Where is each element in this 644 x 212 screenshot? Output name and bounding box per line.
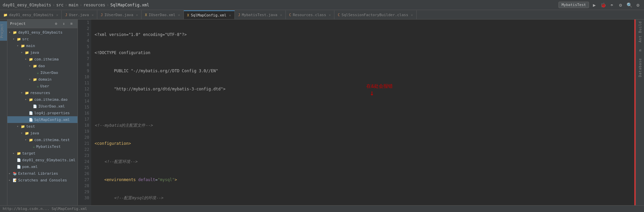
code-line-5 [95, 104, 636, 110]
folder-icon-main: 📁 [21, 44, 25, 48]
top-bar-right: MybatisTest ▶ 🐞 ☂ ⚙ 🔍 ⚙ [558, 2, 641, 8]
tab-close-resources-class[interactable]: ✕ [329, 13, 331, 17]
tree-label-java-main: java [30, 50, 39, 55]
breadcrumb-item-1[interactable]: day01_eesy_01mybaits [3, 3, 51, 7]
tab-icon-iuserdao-xml: X [145, 13, 147, 17]
folder-icon-com-itheima-test: 📁 [29, 138, 33, 142]
status-text: http://blog.csdn.n... SqlMapConfig.xml [3, 207, 87, 211]
tab-iuserdao-java[interactable]: J IUserDao.java ✕ [97, 10, 142, 19]
tree-item-root[interactable]: ▾ 📁 day01_eesy_01mybaits [7, 29, 77, 36]
tabs-bar: 📁 day01_eesy_01mybaits ✕ J User.java ✕ J… [0, 10, 644, 19]
xml-icon-iuserdao: 📄 [33, 104, 37, 108]
panel-title: Project [10, 22, 53, 26]
arrow-com-itheima-test: ▾ [25, 138, 29, 141]
tree-item-sqlmapconfig[interactable]: 📄 SqlMapConfig.xml [7, 116, 77, 123]
scratches-icon: 📝 [13, 178, 17, 182]
tree-item-iuserdao[interactable]: ☕ IUserDao [7, 69, 77, 76]
code-line-1: <?xml version="1.0" encoding="UTF-8"?> [95, 32, 636, 38]
line-numbers: 12345 678910 1112131415 1617181920 21222… [78, 19, 91, 205]
tab-icon-iuserdao-java: J [101, 13, 103, 17]
tree-item-com-itheima-dao[interactable]: ▾ 📁 com.itheima.dao [7, 96, 77, 103]
project-panel: Project ⚙ ↕ ≡ ▾ 📁 day01_eesy_01mybaits ▾… [7, 19, 78, 205]
tab-close-iuserdao-xml[interactable]: ✕ [178, 13, 180, 17]
sidebar-database[interactable]: Database [638, 58, 642, 77]
folder-icon-test: 📁 [21, 125, 25, 128]
sep2: › [65, 3, 67, 7]
tab-close-project[interactable]: ✕ [56, 13, 58, 17]
run-button[interactable]: ▶ [591, 2, 598, 8]
tree-item-com-itheima[interactable]: ▾ 📁 com.itheima [7, 56, 77, 62]
tab-sqlmapconfig-xml[interactable]: X SqlMapConfig.xml ✕ [184, 10, 235, 19]
tree-item-user[interactable]: ☕ User [7, 83, 77, 89]
tab-mybatistest-java[interactable]: J MybatisTest.java ✕ [235, 10, 286, 19]
tree-item-test[interactable]: ▾ 📁 test [7, 123, 77, 130]
settings-button[interactable]: ⚙ [635, 2, 641, 8]
coverage-button[interactable]: ☂ [608, 2, 615, 8]
tree-label-iuserdao-xml: IUserDao.xml [38, 104, 65, 109]
tree-item-resources[interactable]: ▾ 📁 resources [7, 89, 77, 96]
tree-item-external-libs[interactable]: ▸ 📚 External Libraries [7, 170, 77, 177]
code-line-4: "http://mybatis.org/dtd/mybatis-3-config… [95, 86, 636, 92]
tree-item-java-main[interactable]: ▾ 📁 java [7, 49, 77, 56]
tab-user-java[interactable]: J User.java ✕ [62, 10, 97, 19]
tree-item-src[interactable]: ▾ 📁 src [7, 36, 77, 42]
run-config-selector[interactable]: MybatisTest [558, 2, 589, 8]
tree-item-pom[interactable]: 📄 pom.xml [7, 163, 77, 170]
folder-icon-resources: 📁 [25, 91, 29, 95]
tree-item-dao[interactable]: ▾ 📁 dao [7, 62, 77, 69]
tree-item-mybatistest[interactable]: ☕ MybatisTest [7, 143, 77, 150]
debug-button[interactable]: 🐞 [600, 2, 606, 8]
folder-icon-domain: 📁 [33, 78, 37, 81]
lib-icon: 📚 [13, 172, 17, 175]
tree-item-log4j[interactable]: 📄 log4j.properties [7, 110, 77, 116]
tree-item-scratches[interactable]: ▸ 📝 Scratches and Consoles [7, 177, 77, 183]
search-button[interactable]: 🔍 [626, 2, 633, 8]
sync-icon[interactable]: ↕ [60, 20, 67, 27]
tab-icon-resources-class: C [289, 13, 291, 17]
tab-close-mybatistest-java[interactable]: ✕ [280, 13, 282, 17]
tree-label-main: main [26, 44, 35, 48]
breadcrumb-item-5[interactable]: SqlMapConfig.xml [110, 3, 149, 7]
tree-label-log4j: log4j.properties [34, 111, 70, 115]
tree-item-iuserdao-xml[interactable]: 📄 IUserDao.xml [7, 103, 77, 110]
breadcrumb-item-2[interactable]: src [56, 3, 64, 7]
run-tools-button[interactable]: ⚙ [617, 2, 624, 8]
tree-item-com-itheima-test[interactable]: ▾ 📁 com.itheima.test [7, 136, 77, 143]
collapse-icon[interactable]: ≡ [68, 20, 75, 27]
tree-item-domain[interactable]: ▾ 📁 domain [7, 76, 77, 83]
tab-close-sqlmapconfig-xml[interactable]: ✕ [229, 13, 231, 17]
tab-close-iuserdao-java[interactable]: ✕ [136, 13, 138, 17]
folder-icon-java-test: 📁 [25, 131, 29, 135]
project-vertical-tab[interactable]: Project [0, 21, 7, 41]
tree-item-main[interactable]: ▾ 📁 main [7, 42, 77, 49]
panel-tree: ▾ 📁 day01_eesy_01mybaits ▾ 📁 src ▾ 📁 mai… [7, 28, 77, 205]
breadcrumb: day01_eesy_01mybaits › src › main › reso… [3, 3, 149, 7]
tab-iuserdao-xml[interactable]: X IUserDao.xml ✕ [142, 10, 184, 19]
code-line-3: PUBLIC "-//mybatis.org//DTD Config 3.0//… [95, 68, 636, 74]
sidebar-ant-build[interactable]: Ant Build [638, 21, 642, 42]
folder-icon-com-itheima: 📁 [29, 57, 33, 61]
code-line-8: <!--配置环境--> [95, 159, 636, 165]
arrow-main: ▾ [17, 44, 21, 47]
tab-close-user-java[interactable]: ✕ [92, 13, 94, 17]
tab-sqlsessionfactorybuilder-class[interactable]: C SqlSessionFactoryBuilder.class ✕ [334, 10, 417, 19]
tab-close-sqlsessionfactorybuilder-class[interactable]: ✕ [411, 13, 413, 17]
tree-item-iml[interactable]: 📄 day01_eesy_01mybaits.iml [7, 157, 77, 163]
tree-label-iml: day01_eesy_01mybaits.iml [22, 158, 75, 162]
sep3: › [80, 3, 82, 7]
tree-label-src: src [22, 37, 29, 41]
code-line-10: <!--配置mysql的环境--> [95, 195, 636, 201]
breadcrumb-item-3[interactable]: main [69, 3, 78, 7]
sidebar-maven[interactable]: m [638, 49, 642, 51]
panel-header: Project ⚙ ↕ ≡ [7, 19, 77, 28]
tab-project[interactable]: 📁 day01_eesy_01mybaits ✕ [0, 10, 62, 19]
folder-icon-com-itheima-dao: 📁 [29, 98, 33, 101]
gear-icon[interactable]: ⚙ [53, 20, 59, 27]
tree-item-java-test[interactable]: ▾ 📁 java [7, 130, 77, 136]
breadcrumb-item-4[interactable]: resources [84, 3, 105, 7]
sep1: › [53, 3, 55, 7]
tree-item-target[interactable]: ▸ 📁 target [7, 150, 77, 157]
sep4: › [107, 3, 109, 7]
code-editor[interactable]: 12345 678910 1112131415 1617181920 21222… [78, 19, 636, 205]
tab-resources-class[interactable]: C Resources.class ✕ [286, 10, 334, 19]
